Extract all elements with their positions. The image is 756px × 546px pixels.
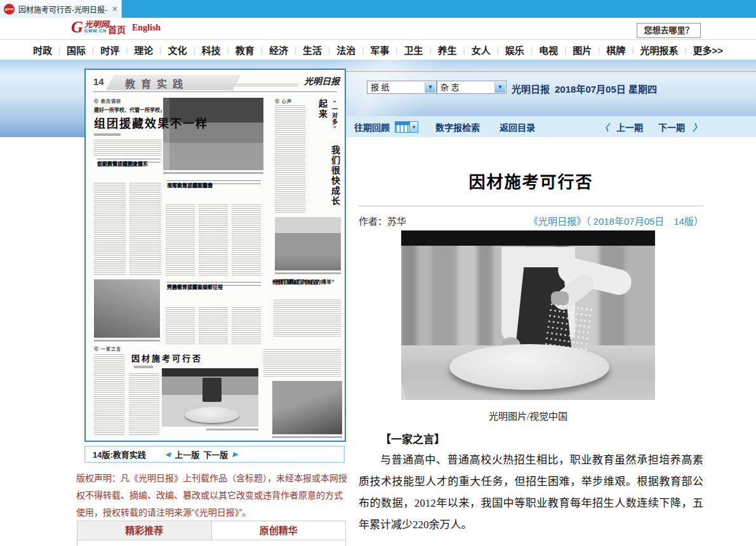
nav-item-9[interactable]: 生活 — [303, 43, 322, 57]
nav-separator: | — [227, 46, 229, 55]
back-to-contents-link[interactable]: 返回目录 — [500, 121, 535, 133]
prev-page-arrow-icon[interactable]: ◀ — [165, 450, 170, 458]
nav-item-12[interactable]: 卫生 — [404, 43, 423, 57]
tab-highlights[interactable]: 精彩推荐 — [77, 521, 212, 540]
prev-page-link[interactable]: 上一版 — [175, 448, 199, 460]
thumb-box-headline-1: 立足所需，组团支援 创新教育援藏制度体系 — [97, 159, 161, 163]
thumb-text-block — [94, 183, 126, 276]
nav-item-5[interactable]: 文化 — [168, 43, 187, 57]
nav-item-19[interactable]: 光明报系 — [640, 43, 678, 57]
thumb-photo-classroom — [275, 217, 341, 270]
nav-separator: | — [684, 46, 686, 55]
nav-item-17[interactable]: 图片 — [573, 43, 592, 57]
thumb-photo-caption — [272, 436, 342, 438]
main-nav: 时政|国际|时评|理论|文化|科技|教育|经济|生活|法治|军事|卫生|养生|女… — [0, 39, 756, 60]
thumb-photo-caption — [163, 172, 263, 174]
thumb-dateline — [235, 84, 298, 86]
thumb-text-block — [199, 307, 228, 344]
thumb-photo-kids — [94, 279, 160, 338]
nav-separator: | — [362, 46, 364, 55]
thumb-text-block — [129, 373, 159, 436]
favicon-icon: gmw — [4, 4, 15, 15]
close-icon[interactable]: × — [112, 4, 117, 13]
article-paragraph: 与普通高中、普通高校火热招生相比，职业教育虽然承担培养高素质技术技能型人才的重大… — [359, 449, 703, 536]
nav-item-18[interactable]: 棋牌 — [606, 43, 625, 57]
thumb-box1-line2: 创新教育援藏制度体系 — [97, 161, 148, 168]
nav-separator: | — [395, 46, 397, 55]
next-page-link[interactable]: 下一版 — [203, 448, 228, 460]
nav-item-15[interactable]: 娱乐 — [505, 43, 524, 57]
thumb-photo-baker — [162, 368, 258, 427]
nav-item-6[interactable]: 科技 — [202, 43, 221, 57]
calendar-dropdown-arrow-icon[interactable]: ▼ — [410, 121, 418, 133]
dropdown-arrow-icon[interactable]: ▼ — [494, 82, 505, 93]
logo-cn: 光明网 — [84, 20, 109, 29]
thumb-section-name: 教育实践 — [125, 76, 189, 91]
nav-item-13[interactable]: 养生 — [438, 43, 457, 57]
prev-issue-arrow-icon[interactable]: 〈 — [600, 121, 609, 133]
thumb-headline-main: 组团援藏效果不一样 — [94, 114, 208, 131]
recommend-tab-header: 精彩推荐 原创精华 — [77, 521, 345, 540]
browser-tab[interactable]: gmw 因材施考可行否-光明日报- × — [0, 0, 122, 18]
nav-separator: | — [497, 46, 499, 55]
nav-separator: | — [58, 46, 60, 55]
page-pager-label: 14版:教育实践 — [93, 448, 146, 460]
thumb-vertical-headline: “一对多” 我们很快成长起来 — [308, 99, 341, 213]
gmw-logo[interactable]: G 光明网 GMW.CN — [71, 19, 109, 36]
thumb-headline-article: 因材施考可行否 — [131, 352, 202, 364]
page-pager: 14版:教育实践 ◀ 上一版 下一版 ▶ — [84, 446, 345, 463]
thumb-text-block — [166, 307, 195, 344]
tab-originals[interactable]: 原创精华 — [212, 521, 346, 540]
logo-en: GMW.CN — [84, 29, 109, 33]
nav-item-11[interactable]: 军事 — [370, 43, 389, 57]
article-body: 与普通高中、普通高校火热招生相比，职业教育虽然承担培养高素质技术技能型人才的重大… — [359, 449, 703, 546]
prev-issue-link[interactable]: 上一期 — [616, 121, 643, 133]
article-section-tag: 【一家之言】 — [359, 430, 703, 446]
epaper-toolbar: 往期回顾 ▼ 数字报检索 返回目录 〈 上一期 下一期 〉 — [346, 116, 756, 137]
nav-item-8[interactable]: 经济 — [269, 43, 288, 57]
nav-item-14[interactable]: 女人 — [472, 43, 491, 57]
edition-date: 光明日报2018年07月05日 星期四 — [512, 82, 662, 95]
article-photo-baker — [401, 230, 655, 400]
edition-masthead: 光明日报 — [512, 84, 550, 95]
nav-item-7[interactable]: 教育 — [235, 43, 255, 57]
thumb-text-block — [129, 183, 161, 276]
thumb-author-mark — [134, 366, 153, 368]
past-issues-link[interactable]: 往期回顾 — [354, 121, 390, 133]
nav-item-16[interactable]: 电视 — [539, 43, 558, 57]
screen: gmw 因材施考可行否-光明日报- × G 光明网 GMW.CN 首页 Engl… — [0, 0, 756, 546]
thumb-text-block — [94, 140, 161, 156]
nav-item-2[interactable]: 国际 — [67, 43, 86, 57]
newspaper-select[interactable]: 报 纸 ▼ — [367, 81, 437, 94]
thumb-column-logo: Ⓖ 一家之言 — [94, 345, 121, 352]
search-box[interactable]: 您想去哪里？ — [637, 23, 701, 38]
thumb-box3-line2: 开启教育援藏奋斗新征程 — [167, 284, 223, 291]
next-issue-arrow-icon[interactable]: 〉 — [693, 121, 701, 133]
magazine-select[interactable]: 杂 志 ▼ — [437, 81, 507, 94]
tab-title: 因材施考可行否-光明日报- — [18, 4, 110, 15]
nav-item-4[interactable]: 理论 — [134, 43, 153, 57]
nav-item-10[interactable]: 法治 — [336, 43, 355, 57]
nav-separator: | — [159, 46, 161, 55]
logo-g-icon: G — [71, 19, 83, 36]
digital-search-link[interactable]: 数字报检索 — [435, 121, 480, 133]
home-link[interactable]: 首页 — [108, 23, 126, 36]
nav-separator: | — [193, 46, 195, 55]
thumb-text-block — [232, 204, 261, 277]
nav-separator: | — [632, 46, 633, 55]
thumb-vquote-tag: “一对多” — [331, 99, 338, 132]
english-link[interactable]: English — [132, 23, 161, 33]
nav-item-1[interactable]: 时政 — [33, 43, 52, 57]
nav-separator: | — [328, 46, 330, 55]
calendar-icon[interactable] — [395, 121, 410, 133]
dropdown-arrow-icon[interactable]: ▼ — [425, 82, 435, 93]
recommend-tabs: 精彩推荐 原创精华 — [77, 521, 346, 546]
newspaper-page-thumbnail[interactable]: 14 教育实践 光明日报 Ⓖ 教改调研 建好一所学校、代管一所学校，示范一个地区… — [84, 69, 346, 442]
next-issue-link[interactable]: 下一期 — [658, 121, 685, 133]
thumb-page-number: 14 — [93, 76, 104, 87]
article-paragraph: 《国家教育事业发展“十三五”规划》提出要“深化考试招生制度改革”，为了优化人才培… — [359, 542, 703, 546]
nav-item-20[interactable]: 更多>> — [693, 43, 724, 57]
nav-item-3[interactable]: 时评 — [100, 43, 119, 57]
logo-text: 光明网 GMW.CN — [84, 20, 109, 33]
next-page-arrow-icon[interactable]: ▶ — [232, 450, 237, 458]
